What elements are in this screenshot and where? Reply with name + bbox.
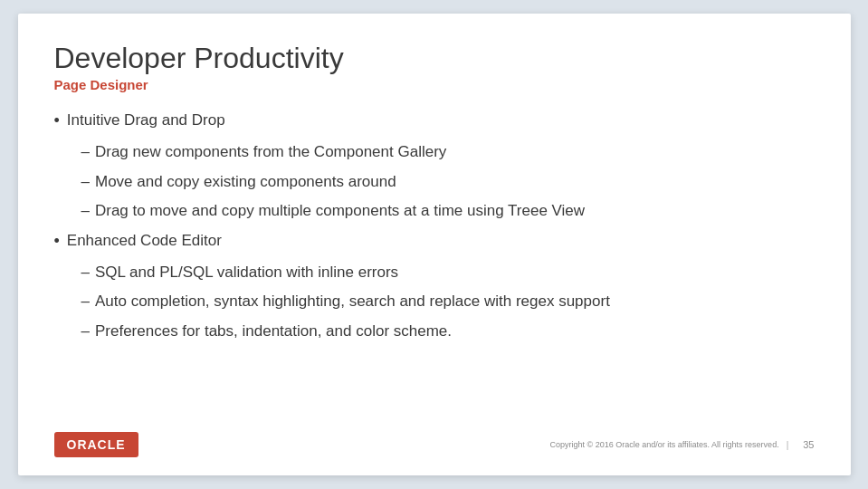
slide-subtitle: Page Designer [54, 77, 815, 92]
bullet-text-1: Intuitive Drag and Drop [67, 109, 225, 132]
sub-item-1-3: – Drag to move and copy multiple compone… [54, 199, 815, 223]
bullet-item-2: • Enhanced Code Editor [54, 229, 815, 254]
sub-text-1-3: Drag to move and copy multiple component… [95, 199, 585, 223]
sub-item-1-2: – Move and copy existing components arou… [54, 170, 815, 194]
sub-item-1-1: – Drag new components from the Component… [54, 140, 815, 164]
bullet-dot-2: • [54, 229, 60, 254]
dash-1-1: – [81, 140, 90, 164]
sub-item-2-2: – Auto completion, syntax highlighting, … [54, 290, 815, 313]
separator: | [787, 440, 789, 450]
sub-item-2-1: – SQL and PL/SQL validation with inline … [54, 261, 815, 284]
sub-text-2-3: Preferences for tabs, indentation, and c… [95, 320, 452, 343]
sub-text-1-1: Drag new components from the Component G… [95, 140, 446, 164]
content-area: • Intuitive Drag and Drop – Drag new com… [54, 109, 815, 423]
bullet-item-1: • Intuitive Drag and Drop [54, 109, 815, 133]
oracle-logo-text: ORACLE [67, 437, 126, 452]
oracle-logo: ORACLE [54, 432, 138, 457]
page-number: 35 [803, 439, 814, 450]
slide: Developer Productivity Page Designer • I… [18, 14, 851, 475]
bullet-dot-1: • [54, 109, 60, 133]
sub-text-1-2: Move and copy existing components around [95, 170, 396, 194]
dash-2-1: – [81, 261, 90, 284]
dash-2-2: – [81, 290, 90, 313]
dash-1-2: – [81, 170, 90, 194]
copyright-text: Copyright © 2016 Oracle and/or its affil… [550, 440, 779, 449]
bullet-text-2: Enhanced Code Editor [67, 229, 222, 253]
dash-1-3: – [81, 199, 90, 223]
sub-item-2-3: – Preferences for tabs, indentation, and… [54, 320, 815, 343]
dash-2-3: – [81, 320, 90, 343]
slide-title: Developer Productivity [54, 41, 815, 75]
footer: ORACLE Copyright © 2016 Oracle and/or it… [54, 432, 815, 457]
sub-text-2-1: SQL and PL/SQL validation with inline er… [95, 261, 398, 284]
sub-text-2-2: Auto completion, syntax highlighting, se… [95, 290, 610, 313]
